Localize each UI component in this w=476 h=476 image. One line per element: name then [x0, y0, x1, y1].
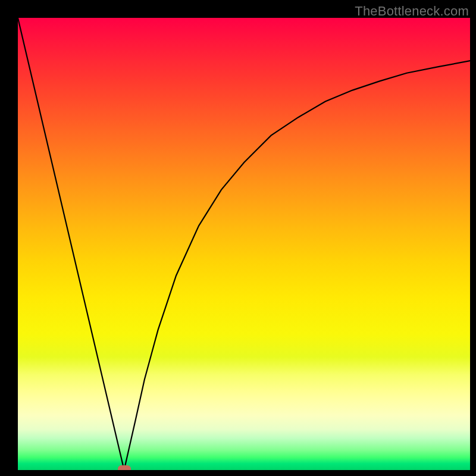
curve-svg	[18, 18, 470, 470]
curve-path	[18, 18, 470, 470]
plot-area	[18, 18, 470, 470]
chart-frame: TheBottleneck.com	[0, 0, 476, 476]
min-marker	[118, 465, 131, 470]
watermark-text: TheBottleneck.com	[355, 4, 469, 19]
